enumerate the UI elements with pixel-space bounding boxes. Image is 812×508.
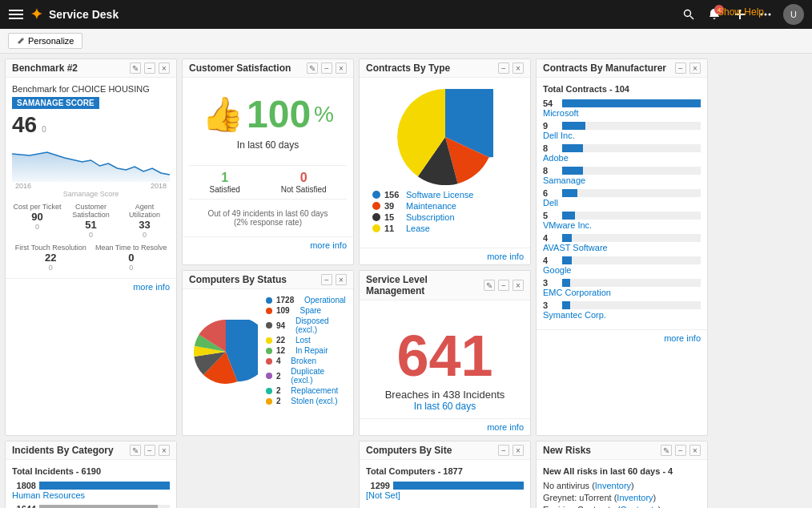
ibc-minimize[interactable]: − xyxy=(144,445,155,456)
cbt-minimize[interactable]: − xyxy=(498,62,509,74)
avatar[interactable]: U xyxy=(783,4,804,25)
search-icon[interactable] xyxy=(681,6,697,22)
risk-no-antivirus: No antivirus (Inventory) xyxy=(543,481,701,490)
cbm-minimize[interactable]: − xyxy=(675,62,686,74)
metric-customer-satisfaction: Customer Satisfaction 51 0 xyxy=(66,203,116,239)
nr-edit[interactable]: ✎ xyxy=(661,445,672,456)
svg-point-3 xyxy=(765,14,767,16)
cs-edit[interactable]: ✎ xyxy=(307,62,318,74)
not-satisfied-count: 0 xyxy=(281,171,327,185)
ibc-bar-item: 1644 Application Support xyxy=(12,504,170,508)
slm-edit[interactable]: ✎ xyxy=(484,280,495,291)
cbm-bar-item: 54 Microsoft xyxy=(543,99,701,118)
cbm-mfr-link[interactable]: Google xyxy=(543,265,701,275)
cbm-mfr-link[interactable]: VMware Inc. xyxy=(543,220,701,230)
thumb-up-icon: 👍 xyxy=(202,95,243,134)
cbm-title: Contracts By Manufacturer xyxy=(543,62,666,74)
cbm-mfr-link[interactable]: Dell xyxy=(543,198,701,208)
lease-link[interactable]: Lease xyxy=(406,224,430,233)
maintenance-dot xyxy=(372,202,380,210)
ibc-edit[interactable]: ✎ xyxy=(130,445,141,456)
cbsite-close[interactable]: × xyxy=(513,445,524,456)
lost-link[interactable]: Lost xyxy=(295,336,311,345)
cbm-bar-item: 9 Dell Inc. xyxy=(543,121,701,140)
satisfaction-main: 👍 100% In last 60 days xyxy=(189,84,347,159)
nr-header: New Risks ✎ − × xyxy=(537,441,707,460)
ibc-bars: 1808 Human Resources 1644 Application Su… xyxy=(12,481,170,508)
cbm-mfr-link[interactable]: Dell Inc. xyxy=(543,131,701,140)
status-spare: 109 Spare xyxy=(266,306,347,315)
cbsite-minimize[interactable]: − xyxy=(498,445,509,456)
in-repair-link[interactable]: In Repair xyxy=(295,346,328,355)
status-disposed: 94 Disposed (excl.) xyxy=(266,316,347,334)
software-license-link[interactable]: Software License xyxy=(406,190,473,200)
svg-line-1 xyxy=(690,16,693,19)
slm-minimize[interactable]: − xyxy=(498,280,509,291)
cbm-mfr-link[interactable]: Microsoft xyxy=(543,108,701,118)
risk-inventory-link-2[interactable]: Inventory xyxy=(617,493,653,502)
slm-header: Service Level Management ✎ − × xyxy=(360,271,530,300)
slm-widget: Service Level Management ✎ − × 641 Breac… xyxy=(359,270,531,436)
cs-minimize[interactable]: − xyxy=(321,62,332,74)
risk-inventory-link-1[interactable]: Inventory xyxy=(595,481,631,490)
operational-link[interactable]: Operational xyxy=(304,296,346,304)
duplicate-link[interactable]: Duplicate (excl.) xyxy=(291,367,347,385)
computers-by-site-widget: Computers By Site − × Total Computers - … xyxy=(359,441,531,508)
cbs-controls: − × xyxy=(321,274,347,285)
benchmark-close[interactable]: × xyxy=(159,62,170,74)
nr-controls: ✎ − × xyxy=(661,445,701,456)
cbt-more-info[interactable]: more info xyxy=(360,248,530,264)
subscription-link[interactable]: Subscription xyxy=(406,212,455,222)
pencil-icon: ✎ xyxy=(132,64,139,73)
topnav: ✦ Service Desk 4 U xyxy=(0,0,812,29)
personalize-button[interactable]: Personalize xyxy=(8,33,82,49)
not-set-link[interactable]: [Not Set] xyxy=(366,490,524,500)
cs-header: Customer Satisfaction ✎ − × xyxy=(183,59,353,78)
metric-agent-utilization: Agent Utilization 33 0 xyxy=(119,203,170,239)
cs-close[interactable]: × xyxy=(336,62,347,74)
ibc-title: Incidents By Category xyxy=(12,445,114,456)
satisfaction-days: In last 60 days xyxy=(189,139,347,151)
cbsite-controls: − × xyxy=(498,445,524,456)
software-license-dot xyxy=(372,191,380,199)
benchmark-metrics2: First Touch Resolution 22 0 Mean Time to… xyxy=(12,244,170,272)
slm-close[interactable]: × xyxy=(513,280,524,291)
cbm-mfr-link[interactable]: EMC Corporation xyxy=(543,288,701,297)
slm-more-info[interactable]: more info xyxy=(360,418,530,435)
cbt-close[interactable]: × xyxy=(513,62,524,74)
cbm-mfr-link[interactable]: AVAST Software xyxy=(543,243,701,252)
broken-link[interactable]: Broken xyxy=(291,357,316,365)
cs-more-info[interactable]: more info xyxy=(183,236,353,253)
hamburger-icon[interactable] xyxy=(8,6,24,22)
benchmark-minimize[interactable]: − xyxy=(144,62,155,74)
risk-contracts-link[interactable]: Contracts xyxy=(621,505,658,508)
cbm-bars: 54 Microsoft 9 Dell Inc. 8 Adobe 8 Saman… xyxy=(543,99,701,320)
show-help-link[interactable]: Show Help xyxy=(718,6,764,18)
spare-link[interactable]: Spare xyxy=(299,306,321,315)
cbt-title: Contracts By Type xyxy=(366,62,450,74)
ibc-bar-item: 1808 Human Resources xyxy=(12,481,170,500)
nr-minimize[interactable]: − xyxy=(675,445,686,456)
nr-close[interactable]: × xyxy=(689,445,701,456)
cbs-minimize[interactable]: − xyxy=(321,274,332,285)
benchmark-more-info[interactable]: more info xyxy=(6,278,176,295)
ibc-close[interactable]: × xyxy=(159,445,170,456)
maintenance-link[interactable]: Maintenance xyxy=(406,201,456,211)
ibc-category-link[interactable]: Human Resources xyxy=(12,490,170,500)
cbm-mfr-link[interactable]: Symantec Corp. xyxy=(543,310,701,320)
stolen-link[interactable]: Stolen (excl.) xyxy=(291,397,337,405)
benchmark-edit[interactable]: ✎ xyxy=(130,62,141,74)
benchmark-score: 46 xyxy=(12,112,37,138)
svg-point-4 xyxy=(769,14,771,16)
cbm-more-info[interactable]: more info xyxy=(537,329,707,346)
satisfaction-pct: 100 xyxy=(247,92,311,136)
benchmark-header: Benchmark #2 ✎ − × xyxy=(6,59,176,78)
cbm-mfr-link[interactable]: Samanage xyxy=(543,175,701,185)
cbm-bar-item: 8 Adobe xyxy=(543,143,701,163)
cbs-close[interactable]: × xyxy=(336,274,347,285)
cbm-close[interactable]: × xyxy=(689,62,701,74)
subtoolbar: Personalize xyxy=(0,29,812,54)
cbm-mfr-link[interactable]: Adobe xyxy=(543,153,701,163)
replacement-link[interactable]: Replacement xyxy=(291,386,338,395)
disposed-link[interactable]: Disposed (excl.) xyxy=(295,316,347,334)
